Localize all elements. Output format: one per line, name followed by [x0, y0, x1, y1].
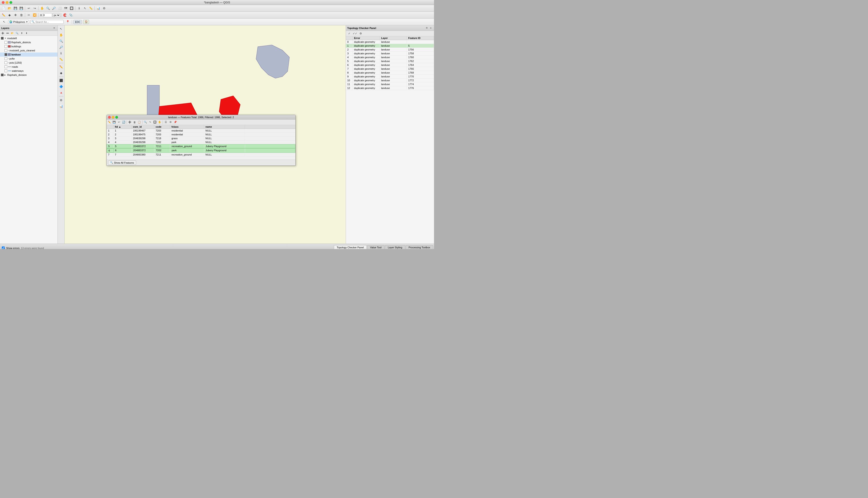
ft-col-osm-id[interactable]: osm_id: [132, 125, 154, 129]
ft-pan[interactable]: ✋: [157, 120, 162, 124]
zoom-selection-btn[interactable]: 🔲: [69, 6, 74, 11]
layer-buildings[interactable]: buildings: [0, 44, 58, 49]
digitize-btn[interactable]: ✏️: [1, 12, 7, 18]
ft-row-7[interactable]: 7 7 204883380 7211 recreation_ground NUL…: [107, 153, 295, 157]
filter-layer-btn[interactable]: 🔍: [15, 31, 19, 35]
topo-row-1[interactable]: 1 duplicate geometry landuse 5: [346, 44, 434, 48]
pois-checkbox[interactable]: [4, 61, 7, 64]
zoom-out-btn[interactable]: 🔎: [51, 6, 56, 11]
merge-btn[interactable]: 🔀: [32, 12, 37, 18]
pofw-checkbox[interactable]: [4, 57, 7, 60]
edc-btn[interactable]: EDC: [73, 20, 82, 24]
select-tool[interactable]: ↖: [58, 26, 64, 32]
location-selector[interactable]: 🌍 Philippines ▼: [8, 20, 29, 24]
select-btn[interactable]: ↖: [82, 6, 88, 11]
pan-btn[interactable]: ✋: [39, 6, 45, 11]
pan-tool[interactable]: ✋: [58, 32, 64, 38]
roads-checkbox[interactable]: [4, 65, 7, 68]
open-layer-btn[interactable]: 📂: [10, 31, 14, 35]
tab-topology-checker[interactable]: Topology Checker Panel: [334, 245, 367, 249]
ft-row-1[interactable]: 1 1 195199467 7203 residential NULL: [107, 129, 295, 133]
topo-row-4[interactable]: 4 duplicate geometry landuse 1760: [346, 55, 434, 59]
topo-row-8[interactable]: 8 duplicate geometry landuse 1768: [346, 71, 434, 75]
zoom-in-tool[interactable]: 🔍: [58, 38, 64, 44]
save-as-btn[interactable]: 💾: [18, 6, 24, 11]
ft-toggle-edit[interactable]: ✏️: [107, 120, 112, 124]
open-btn[interactable]: 📂: [7, 6, 12, 11]
zoom-layer-btn[interactable]: 🗺: [63, 6, 68, 11]
move-btn[interactable]: ✥: [13, 12, 18, 18]
select-features-btn[interactable]: ↖: [1, 19, 7, 25]
ft-dock[interactable]: 📌: [173, 120, 178, 124]
ft-organize[interactable]: ☰: [164, 120, 168, 124]
ft-copy[interactable]: 📋: [137, 120, 142, 124]
topo-row-3[interactable]: 3 duplicate geometry landuse 1758: [346, 52, 434, 55]
plugin-tool4[interactable]: ⚙: [58, 97, 64, 103]
layer-module8-pois[interactable]: • module8_pois_cleaned: [0, 49, 58, 53]
delete-btn[interactable]: 🗑: [18, 12, 24, 18]
ft-select[interactable]: ↖: [148, 120, 152, 124]
layer-up-btn[interactable]: ⬆: [20, 31, 24, 35]
measure-btn[interactable]: 📏: [88, 6, 93, 11]
group-rajshahi-division[interactable]: ▶ Rajshahi_division: [0, 73, 58, 77]
topo-row-9[interactable]: 9 duplicate geometry landuse 1770: [346, 75, 434, 79]
maximize-button[interactable]: [10, 1, 12, 4]
layers-close-btn[interactable]: ✕: [52, 26, 56, 30]
ft-delete-feature[interactable]: 🗑: [132, 120, 137, 124]
undo-btn[interactable]: ↩: [26, 6, 31, 11]
ft-filter[interactable]: 🔍: [143, 120, 148, 124]
processing-btn[interactable]: ⚙: [101, 6, 107, 11]
ft-zoom[interactable]: 🔲: [153, 120, 157, 124]
ft-row-6[interactable]: 6 6 204883372 7202 park Jubery Playgroun…: [107, 148, 295, 153]
ft-row-4[interactable]: 4 4 204839298 7202 park NULL: [107, 140, 295, 144]
remove-layer-btn[interactable]: ➖: [5, 31, 10, 35]
layer-roads[interactable]: roads: [0, 65, 58, 69]
tab-layer-styling[interactable]: Layer Styling: [385, 245, 405, 249]
ft-rollback[interactable]: ↩: [117, 120, 121, 124]
layer-landuse[interactable]: landuse: [0, 53, 58, 56]
digitize-tool[interactable]: ✏️: [58, 64, 64, 70]
topo-row-0[interactable]: 0 duplicate geometry landuse: [346, 40, 434, 44]
topo-row-7[interactable]: 7 duplicate geometry landuse 1766: [346, 67, 434, 71]
search-input[interactable]: [35, 21, 63, 23]
topology-validate-btn[interactable]: ✓: [347, 31, 352, 36]
offset-input[interactable]: [43, 13, 52, 17]
node-tool[interactable]: ◆: [58, 70, 64, 76]
ft-col-fclass[interactable]: fclass: [170, 125, 204, 129]
node-btn[interactable]: ◆: [7, 12, 12, 18]
plugin-tool2[interactable]: 🔷: [58, 83, 64, 89]
new-project-btn[interactable]: 📄: [1, 6, 7, 11]
coordinate-capture-btn[interactable]: 📍: [65, 19, 71, 25]
show-errors-checkbox[interactable]: [2, 247, 5, 249]
group-module8-checkbox[interactable]: [1, 37, 4, 40]
topo-row-2[interactable]: 2 duplicate geometry landuse 1756: [346, 48, 434, 52]
zoom-in-btn[interactable]: 🔍: [45, 6, 51, 11]
topology-validate-all-btn[interactable]: ✓✓: [353, 31, 357, 36]
ft-col-name[interactable]: name: [204, 125, 245, 129]
ft-close-btn[interactable]: [108, 116, 111, 119]
rajshahi-division-checkbox[interactable]: [1, 74, 4, 76]
ft-row-3[interactable]: 3 3 204839298 7218 grass NULL: [107, 136, 295, 140]
waterways-checkbox[interactable]: [4, 69, 7, 72]
topology-config-btn[interactable]: ⚙: [358, 31, 363, 36]
ft-col-code[interactable]: code: [154, 125, 170, 129]
redo-btn[interactable]: ↪: [32, 6, 37, 11]
plugin-tool1[interactable]: ⬛: [58, 77, 64, 83]
layer-btn[interactable]: 📊: [95, 6, 101, 11]
layer-down-btn[interactable]: ⬇: [24, 31, 29, 35]
identify-tool[interactable]: ℹ: [58, 50, 64, 56]
layer-pofw[interactable]: • pofw: [0, 56, 58, 61]
module8-pois-checkbox[interactable]: [4, 49, 7, 52]
split-btn[interactable]: ✂: [26, 12, 31, 18]
tracing-btn[interactable]: 📎: [68, 12, 74, 18]
minimize-button[interactable]: [6, 1, 8, 4]
rajshahi-districts-checkbox[interactable]: [4, 41, 7, 44]
ft-max-btn[interactable]: [115, 116, 118, 119]
map-canvas[interactable]: landuse — Features Total: 1986, Filtered…: [65, 25, 346, 244]
layer-pois[interactable]: • pois [1250]: [0, 61, 58, 65]
identify-btn[interactable]: ℹ: [76, 6, 82, 11]
group-module8[interactable]: ▼ module8: [0, 36, 58, 40]
landuse-checkbox[interactable]: [4, 53, 7, 56]
zoom-out-tool[interactable]: 🔎: [58, 44, 64, 50]
ft-row-2[interactable]: 2 2 195199475 7203 residential NULL: [107, 133, 295, 136]
